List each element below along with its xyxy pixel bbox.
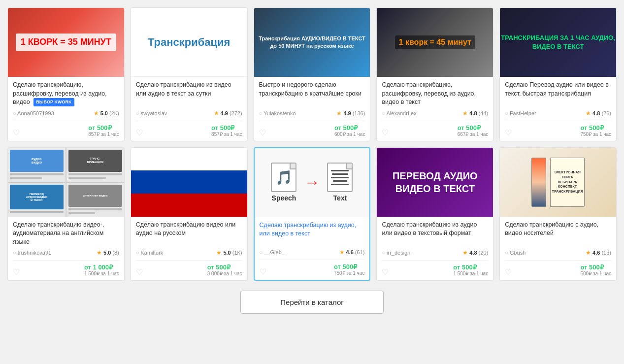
card-4-thumbnail: 1 кворк = 45 минут	[377, 8, 493, 77]
card-9-title: Сделаю транскрибацию из аудио или видео …	[382, 221, 488, 247]
card-5-favorite-btn[interactable]: ♡	[505, 129, 512, 137]
card-1-meta: Anna05071993 ★ 5.0 (2К)	[13, 110, 119, 117]
card-2-title: Сделаю транскрибацию из видео или аудио …	[136, 81, 242, 107]
card-8-author: __Gleb_	[260, 249, 285, 255]
card-8-title: Сделаю транскрибацию из аудио, или видео…	[260, 221, 365, 246]
card-1-title: Сделаю транскрибацию, расшифровку, перев…	[13, 81, 119, 107]
card-9-body: Сделаю транскрибацию из аудио или видео …	[377, 217, 493, 281]
card-10-thumbnail: ЭЛЕКТРОННАЯ КНИГА ВЕБИНАРА КОНСПЕКТ ТРАН…	[500, 148, 616, 217]
card-1-promo-text: 1 КВОРК = 35 МИНУТ	[16, 33, 116, 51]
card-8-favorite-btn[interactable]: ♡	[260, 268, 266, 276]
card-9-price: от 500₽ 1 500₽ за 1 час	[453, 264, 488, 276]
card-2-favorite-btn[interactable]: ♡	[136, 129, 143, 137]
card-4-body: Сделаю транскрибацию, расшифровку, перев…	[377, 77, 493, 141]
card-4-footer: ♡ от 500₽ 667₽ за 1 час	[382, 121, 488, 137]
card-1: 1 КВОРК = 35 МИНУТ Сделаю транскрибацию,…	[7, 7, 125, 141]
blog-cell-3: ПЕРЕВОДАУДИО/ВИДЕОВ ТЕКСТ	[8, 183, 66, 217]
star-icon: ★	[214, 110, 219, 117]
blog-cell-1: аудиовидео	[8, 148, 66, 182]
card-2-thumbnail: Транскрибация	[131, 8, 247, 77]
card-3-promo-text: Транскрибация АУДИО/ВИДЕО В ТЕКСТ до 50 …	[254, 33, 370, 53]
card-10-title: Сделаю транскрибацию с аудио, видео носи…	[505, 221, 611, 247]
card-10-body: Сделаю транскрибацию с аудио, видео носи…	[500, 217, 616, 281]
star-icon: ★	[94, 110, 99, 117]
card-3-favorite-btn[interactable]: ♡	[259, 129, 266, 137]
card-7-footer: ♡ от 500₽ 3 000₽ за 1 час	[136, 260, 242, 276]
text-label: Text	[333, 194, 347, 202]
card-3-price: от 500₽ 600₽ за 1 час	[334, 124, 365, 137]
card-4-promo-text: 1 кворк = 45 минут	[395, 35, 475, 49]
card-2-meta: swyatoslav ★ 4.9 (272)	[136, 110, 242, 117]
text-doc	[327, 163, 353, 192]
card-7: Сделаю транскрибацию видео или аудио на …	[131, 147, 248, 281]
catalog-button[interactable]: Перейти в каталог	[240, 291, 383, 314]
card-4-meta: AlexandrLex ★ 4.8 (44)	[382, 110, 488, 117]
card-5-price: от 500₽ 750₽ за 1 час	[581, 124, 612, 137]
flag-red-stripe	[131, 194, 247, 217]
card-3-footer: ♡ от 500₽ 600₽ за 1 час	[259, 121, 365, 137]
card-5-promo-text: ТРАНСКРИБАЦИЯ ЗА 1 ЧАС АУДИО, ВИДЕО В ТЕ…	[500, 33, 616, 51]
card-7-rating: ★ 5.0 (1К)	[216, 249, 242, 256]
card-8-title-link[interactable]: Сделаю транскрибацию из аудио, или видео…	[260, 222, 356, 237]
card-2-price: от 500₽ 857₽ за 1 час	[211, 124, 242, 137]
card-6-thumbnail: аудиовидео ТРАНС-КРИБАЦИЯ ПЕРЕВОДАУДИО/В…	[8, 148, 124, 217]
card-1-price-main: от 500₽	[88, 124, 119, 132]
card-2-footer: ♡ от 500₽ 857₽ за 1 час	[136, 121, 242, 137]
card-3-title: Быстро и недорого сделаю транскрибацию в…	[259, 81, 365, 107]
blog-cell-2: ТРАНС-КРИБАЦИЯ	[66, 148, 124, 182]
card-6-favorite-btn[interactable]: ♡	[13, 268, 20, 276]
card-2-rating: ★ 4.9 (272)	[214, 110, 242, 117]
card-6-title: Сделаю транскрибацию видео-, аудиоматери…	[13, 221, 119, 247]
music-doc: 🎵	[271, 163, 296, 192]
speech-text-illustration: 🎵 Speech → Text	[255, 148, 370, 217]
card-8-meta: __Gleb_ ★ 4.6 (61)	[260, 249, 365, 256]
catalog-button-wrap: Перейти в каталог	[7, 291, 617, 314]
card-1-author: Anna05071993	[13, 110, 54, 116]
card-1-footer: ♡ от 500₽ 857₽ за 1 час	[13, 121, 119, 137]
card-7-author: Kamilturk	[136, 250, 164, 256]
star-icon: ★	[339, 249, 345, 256]
card-1-rating-val: 5.0	[100, 110, 108, 116]
card-5-meta: FastHelper ★ 4.8 (26)	[505, 110, 611, 117]
card-10-price: от 500₽ 500₽ за 1 час	[581, 264, 612, 276]
book-illustration: ЭЛЕКТРОННАЯ КНИГА ВЕБИНАРА КОНСПЕКТ ТРАН…	[500, 148, 616, 217]
card-8-footer: ♡ от 500₽ 750₽ за 1 час	[260, 260, 365, 276]
star-icon: ★	[586, 110, 591, 117]
card-1-price-sub: 857₽ за 1 час	[88, 132, 119, 137]
card-6-rating: ★ 5.0 (8)	[97, 249, 119, 256]
star-icon: ★	[216, 249, 222, 256]
card-5-thumbnail: ТРАНСКРИБАЦИЯ ЗА 1 ЧАС АУДИО, ВИДЕО В ТЕ…	[500, 8, 616, 77]
card-5-rating: ★ 4.8 (26)	[586, 110, 611, 117]
card-7-meta: Kamilturk ★ 5.0 (1К)	[136, 249, 242, 256]
card-9-thumbnail: ПЕРЕВОД АУДИО ВИДЕО В ТЕКСТ	[377, 148, 493, 217]
card-9-favorite-btn[interactable]: ♡	[382, 268, 389, 276]
card-4-price: от 500₽ 667₽ за 1 час	[458, 124, 489, 137]
card-7-title: Сделаю транскрибацию видео или аудио на …	[136, 221, 242, 247]
speech-label: Speech	[272, 194, 296, 202]
card-1-price: от 500₽ 857₽ за 1 час	[88, 124, 119, 137]
card-6-footer: ♡ от 1 000₽ 1 500₽ за 1 час	[13, 260, 119, 276]
card-10-favorite-btn[interactable]: ♡	[505, 268, 512, 276]
card-4-rating: ★ 4.8 (44)	[462, 110, 488, 117]
card-8-price: от 500₽ 750₽ за 1 час	[334, 263, 365, 276]
card-10-author: Gbush	[505, 250, 525, 256]
card-9-meta: irr_design ★ 4.8 (20)	[382, 249, 488, 256]
card-2-body: Сделаю транскрибацию из видео или аудио …	[131, 77, 247, 141]
card-1-thumbnail: 1 КВОРК = 35 МИНУТ	[8, 8, 124, 77]
card-5-author: FastHelper	[505, 110, 536, 116]
card-9-promo-text: ПЕРЕВОД АУДИО ВИДЕО В ТЕКСТ	[377, 169, 493, 195]
card-3-thumbnail: Транскрибация АУДИО/ВИДЕО В ТЕКСТ до 50 …	[254, 8, 370, 77]
blog-cell-4: интеллект видео	[66, 183, 124, 217]
flag-white-stripe	[131, 148, 247, 171]
card-7-favorite-btn[interactable]: ♡	[136, 268, 143, 276]
card-4: 1 кворк = 45 минут Сделаю транскрибацию,…	[376, 7, 493, 141]
card-6-author: trushnikova91	[13, 250, 51, 256]
card-4-favorite-btn[interactable]: ♡	[382, 129, 389, 137]
card-1-favorite-btn[interactable]: ♡	[13, 129, 20, 137]
star-icon: ★	[586, 249, 591, 256]
card-3: Транскрибация АУДИО/ВИДЕО В ТЕКСТ до 50 …	[254, 7, 371, 141]
book-cover-text: ЭЛЕКТРОННАЯ КНИГА ВЕБИНАРА КОНСПЕКТ ТРАН…	[552, 170, 583, 194]
card-6-meta: trushnikova91 ★ 5.0 (8)	[13, 249, 119, 256]
star-icon: ★	[462, 249, 468, 256]
music-note-icon: 🎵	[275, 169, 293, 186]
